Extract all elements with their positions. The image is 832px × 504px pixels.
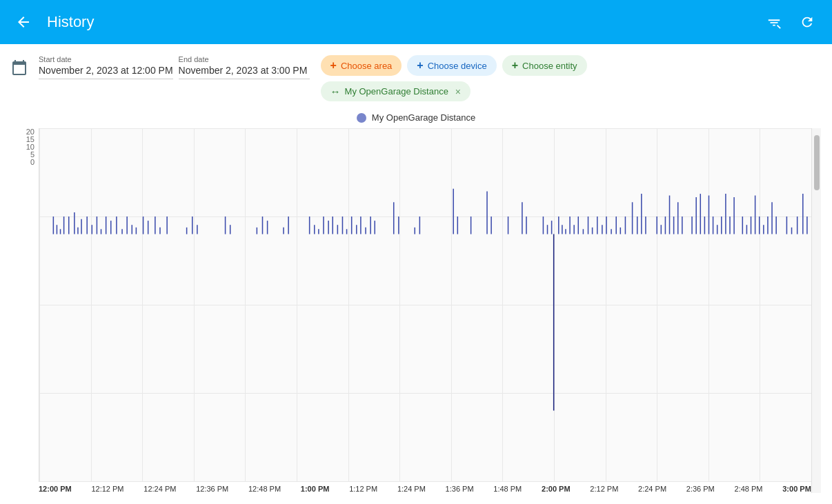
- active-entity-chip[interactable]: ↔ My OpenGarage Distance ×: [321, 81, 471, 101]
- x-tick-200: 2:00 PM: [542, 485, 571, 493]
- legend-dot: [357, 113, 366, 123]
- chart-plot-area: [39, 128, 811, 482]
- end-date-field[interactable]: End date November 2, 2023 at 3:00 PM: [179, 55, 310, 79]
- y-tick-0: 0: [11, 159, 39, 166]
- y-tick-5: 5: [11, 151, 39, 159]
- choose-device-chip[interactable]: + Choose device: [407, 55, 496, 76]
- x-tick-1248: 12:48 PM: [248, 485, 281, 493]
- chips-section: + Choose area + Choose device + Choose e…: [321, 55, 587, 101]
- y-tick-15: 15: [11, 136, 39, 143]
- x-tick-1236: 12:36 PM: [196, 485, 228, 493]
- chart-inner: 12:00 PM 12:12 PM 12:24 PM 12:36 PM 12:4…: [39, 128, 811, 493]
- chips-row-1: + Choose area + Choose device + Choose e…: [321, 55, 587, 76]
- x-tick-112: 1:12 PM: [349, 485, 377, 493]
- scrollbar-thumb[interactable]: [814, 135, 820, 190]
- x-tick-136: 1:36 PM: [446, 485, 474, 493]
- x-tick-236: 2:36 PM: [686, 485, 715, 493]
- chips-row-2: ↔ My OpenGarage Distance ×: [321, 81, 587, 101]
- y-axis: 20 15 10 5 0: [11, 128, 39, 183]
- chart-svg: [39, 128, 811, 481]
- chart-and-scrollbar: in 20 15 10 5 0: [11, 128, 821, 493]
- y-tick-10: 10: [11, 143, 39, 151]
- start-date-label: Start date: [39, 55, 173, 63]
- choose-area-chip[interactable]: + Choose area: [321, 55, 402, 76]
- main-content: Start date November 2, 2023 at 12:00 PM …: [0, 44, 832, 504]
- end-date-label: End date: [179, 55, 310, 63]
- chart-wrapper: in 20 15 10 5 0: [11, 128, 811, 493]
- x-tick-300: 3:00 PM: [782, 485, 811, 493]
- legend-label: My OpenGarage Distance: [372, 112, 475, 123]
- plus-icon: +: [330, 59, 337, 72]
- choose-area-label: Choose area: [341, 61, 392, 71]
- header: History: [0, 0, 832, 44]
- choose-entity-chip[interactable]: + Choose entity: [502, 55, 587, 76]
- chart-legend: My OpenGarage Distance: [11, 112, 821, 123]
- grid-h-0: [39, 481, 811, 482]
- back-button[interactable]: [11, 10, 36, 34]
- filter-row: Start date November 2, 2023 at 12:00 PM …: [11, 55, 821, 101]
- x-tick-148: 1:48 PM: [493, 485, 522, 493]
- active-entity-label: My OpenGarage Distance: [345, 86, 448, 97]
- page-title: History: [47, 13, 760, 31]
- chart-container: My OpenGarage Distance in 20 15 10 5 0: [11, 112, 821, 493]
- chart-data-group: [53, 189, 807, 411]
- x-tick-1212: 12:12 PM: [91, 485, 123, 493]
- scrollbar[interactable]: [811, 128, 821, 493]
- app-container: History: [0, 0, 832, 504]
- x-tick-1224: 12:24 PM: [143, 485, 176, 493]
- arrows-icon: ↔: [330, 85, 341, 97]
- svg-line-0: [777, 26, 781, 29]
- y-tick-20: 20: [11, 128, 39, 136]
- plus-icon-entity: +: [512, 59, 518, 72]
- choose-entity-label: Choose entity: [522, 61, 577, 71]
- start-date-field[interactable]: Start date November 2, 2023 at 12:00 PM: [39, 55, 173, 79]
- refresh-button[interactable]: [793, 8, 821, 36]
- end-date-value: November 2, 2023 at 3:00 PM: [179, 65, 310, 76]
- x-tick-248: 2:48 PM: [735, 485, 763, 493]
- x-axis: 12:00 PM 12:12 PM 12:24 PM 12:36 PM 12:4…: [39, 482, 811, 493]
- choose-device-label: Choose device: [428, 61, 487, 71]
- calendar-icon: [11, 59, 28, 76]
- y-axis-label: in: [11, 308, 12, 314]
- x-tick-100: 1:00 PM: [301, 485, 330, 493]
- x-tick-224: 2:24 PM: [638, 485, 666, 493]
- date-section: Start date November 2, 2023 at 12:00 PM …: [11, 55, 310, 79]
- x-tick-124: 1:24 PM: [397, 485, 426, 493]
- filter-clear-button[interactable]: [760, 8, 788, 36]
- start-date-value: November 2, 2023 at 12:00 PM: [39, 65, 173, 76]
- plus-icon-device: +: [417, 59, 423, 72]
- x-tick-212: 2:12 PM: [590, 485, 618, 493]
- chip-close-button[interactable]: ×: [455, 86, 461, 97]
- x-tick-1200: 12:00 PM: [39, 485, 72, 493]
- header-actions: [760, 8, 821, 36]
